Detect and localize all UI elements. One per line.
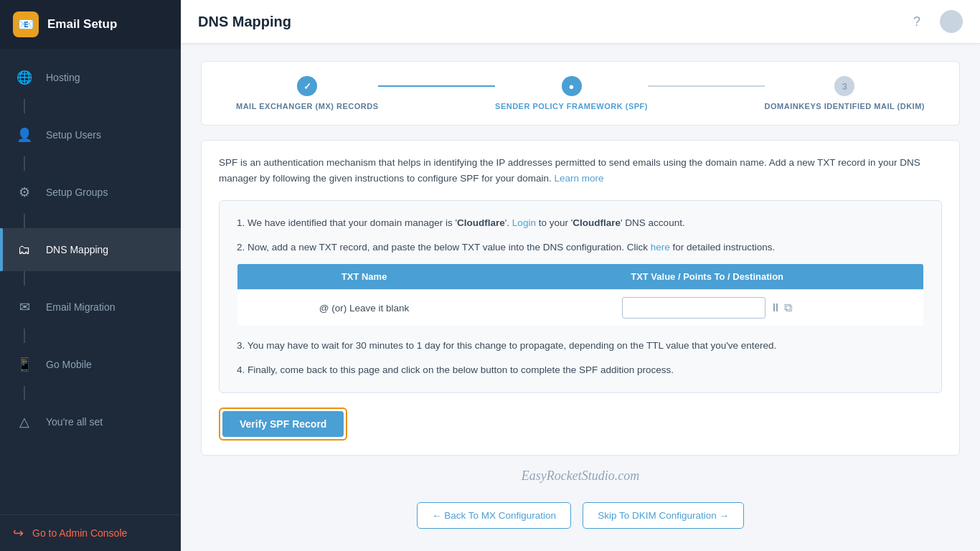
admin-console-label: Go to Admin Console [32, 527, 127, 539]
groups-icon: ⚙ [13, 181, 36, 204]
here-link[interactable]: here [651, 242, 670, 253]
pause-icon: ⏸ [770, 301, 781, 314]
instruction-1: 1. We have identified that your domain m… [237, 215, 924, 231]
txt-value-input[interactable] [622, 297, 765, 319]
app-logo: 📧 [13, 11, 39, 37]
help-icon[interactable]: ? [905, 10, 928, 33]
txt-input-row: ⏸ ⧉ [502, 297, 912, 319]
dns-icon: 🗂 [13, 238, 36, 261]
main-content: DNS Mapping ? ✓ MAIL EXCHANGER (MX) RECO… [181, 0, 980, 551]
col-txt-name: TXT Name [237, 264, 491, 290]
header-icons: ? [905, 10, 963, 33]
watermark: EasyRocketStudio.com [201, 456, 960, 491]
verify-section: Verify SPF Record [219, 408, 942, 441]
step-mx: ✓ MAIL EXCHANGER (MX) RECORDS [236, 76, 378, 110]
dns-table: TXT Name TXT Value / Points To / Destina… [237, 263, 924, 326]
mobile-icon: 📱 [13, 353, 36, 376]
step-spf-label: SENDER POLICY FRAMEWORK (SPF) [495, 102, 648, 110]
sidebar-title: Email Setup [47, 17, 117, 32]
step-dkim-label: DOMAINKEYS IDENTIFIED MAIL (DKIM) [765, 102, 925, 110]
nav-connector-5 [24, 329, 25, 343]
description-text: SPF is an authentication mechanism that … [219, 155, 942, 186]
col-txt-value: TXT Value / Points To / Destination [491, 264, 923, 290]
steps-track: ✓ MAIL EXCHANGER (MX) RECORDS ● SENDER P… [236, 76, 925, 110]
nav-connector-6 [24, 386, 25, 400]
sidebar-item-setup-users[interactable]: 👤 Setup Users [0, 113, 181, 156]
nav-connector-3 [24, 214, 25, 228]
users-icon: 👤 [13, 123, 36, 146]
step-mx-label: MAIL EXCHANGER (MX) RECORDS [236, 102, 378, 110]
avatar[interactable] [940, 10, 963, 33]
step-connector-1 [378, 85, 495, 87]
step-connector-2 [648, 85, 765, 87]
hosting-icon: 🌐 [13, 66, 36, 89]
sidebar-header: 📧 Email Setup [0, 0, 181, 49]
nav-connector-2 [24, 156, 25, 171]
skip-to-dkim-button[interactable]: Skip To DKIM Configuration → [583, 502, 744, 529]
learn-more-link[interactable]: Learn more [555, 173, 604, 184]
sidebar-item-youre-all-set[interactable]: △ You're all set [0, 400, 181, 443]
email-migration-icon: ✉ [13, 296, 36, 319]
active-indicator [0, 228, 3, 271]
main-header: DNS Mapping ? [181, 0, 980, 44]
table-row: @ (or) Leave it blank ⏸ ⧉ [237, 290, 924, 326]
sidebar: 📧 Email Setup 🌐 Hosting 👤 Setup Users ⚙ … [0, 0, 181, 551]
instruction-2: 2. Now, add a new TXT record, and paste … [237, 240, 924, 255]
back-to-mx-button[interactable]: ← Back To MX Configuration [417, 502, 571, 529]
instruction-4: 4. Finally, come back to this page and c… [237, 362, 924, 378]
all-set-icon: △ [13, 410, 36, 433]
sidebar-item-setup-groups[interactable]: ⚙ Setup Groups [0, 171, 181, 214]
nav-connector-4 [24, 271, 25, 286]
provider-name-2: Cloudflare [573, 217, 621, 228]
bottom-nav: ← Back To MX Configuration Skip To DKIM … [201, 491, 960, 534]
admin-console-link[interactable]: ↪ Go to Admin Console [0, 514, 181, 551]
nav-connector-1 [24, 99, 25, 113]
sidebar-item-hosting[interactable]: 🌐 Hosting [0, 56, 181, 99]
main-body: ✓ MAIL EXCHANGER (MX) RECORDS ● SENDER P… [181, 44, 980, 551]
instructions-box: 1. We have identified that your domain m… [219, 200, 942, 392]
step-mx-circle: ✓ [297, 76, 317, 96]
sidebar-item-go-mobile[interactable]: 📱 Go Mobile [0, 343, 181, 386]
sidebar-nav: 🌐 Hosting 👤 Setup Users ⚙ Setup Groups 🗂… [0, 49, 181, 514]
step-spf: ● SENDER POLICY FRAMEWORK (SPF) [495, 76, 648, 110]
step-dkim: 3 DOMAINKEYS IDENTIFIED MAIL (DKIM) [765, 76, 925, 110]
page-title: DNS Mapping [198, 14, 291, 30]
input-icons: ⏸ ⧉ [770, 301, 792, 314]
admin-console-icon: ↪ [13, 525, 24, 541]
content-section: SPF is an authentication mechanism that … [201, 140, 960, 456]
instruction-3: 3. You may have to wait for 30 minutes t… [237, 338, 924, 354]
progress-bar: ✓ MAIL EXCHANGER (MX) RECORDS ● SENDER P… [201, 61, 960, 126]
txt-name-cell: @ (or) Leave it blank [237, 290, 491, 326]
sidebar-item-dns-mapping[interactable]: 🗂 DNS Mapping [0, 228, 181, 271]
verify-spf-button[interactable]: Verify SPF Record [222, 411, 344, 437]
verify-button-wrapper: Verify SPF Record [219, 408, 347, 441]
txt-value-cell: ⏸ ⧉ [491, 290, 923, 326]
copy-icon[interactable]: ⧉ [784, 301, 792, 314]
step-spf-circle: ● [562, 76, 582, 96]
sidebar-item-email-migration[interactable]: ✉ Email Migration [0, 286, 181, 329]
step-dkim-circle: 3 [834, 76, 854, 96]
login-link[interactable]: Login [512, 217, 536, 228]
provider-name-1: Cloudflare [457, 217, 505, 228]
